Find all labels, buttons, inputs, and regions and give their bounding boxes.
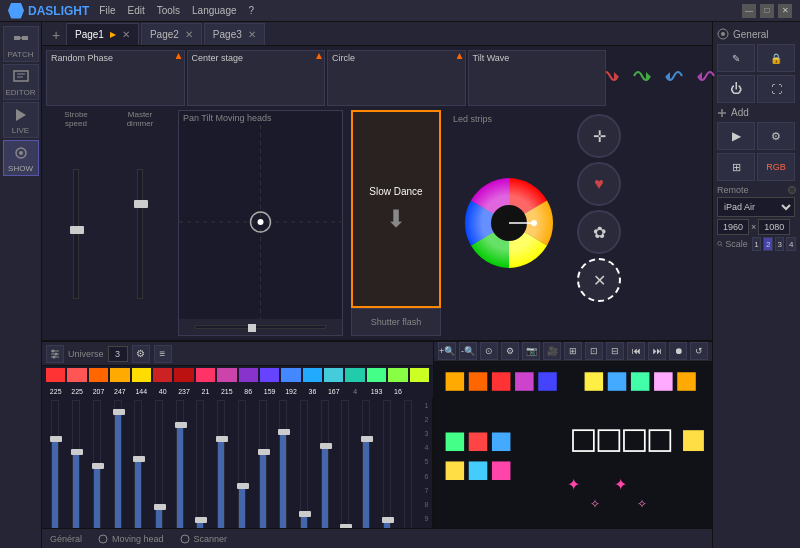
rgb-button[interactable]: RGB bbox=[757, 153, 795, 181]
spin-button[interactable]: ✿ bbox=[577, 210, 621, 254]
edit-button[interactable]: ✎ bbox=[717, 44, 755, 72]
heart-button[interactable]: ♥ bbox=[577, 162, 621, 206]
scene-circle[interactable]: Circle bbox=[327, 50, 466, 106]
fader-thumb-16[interactable] bbox=[361, 436, 373, 442]
sidebar-item-show[interactable]: SHOW bbox=[3, 140, 39, 176]
fader-thumb-3[interactable] bbox=[92, 463, 104, 469]
lock-button[interactable]: 🔒 bbox=[757, 44, 795, 72]
menu-file[interactable]: File bbox=[99, 5, 115, 16]
slow-dance-button[interactable]: Slow Dance ⬇ bbox=[351, 110, 441, 308]
color-cell-13[interactable] bbox=[303, 368, 322, 382]
color-wheel[interactable] bbox=[459, 173, 559, 273]
settings-viz-btn[interactable]: ⚙ bbox=[501, 342, 519, 360]
color-cell-6[interactable] bbox=[153, 368, 172, 382]
tab-page3-close[interactable]: ✕ bbox=[248, 29, 256, 40]
fader-track-4[interactable] bbox=[114, 400, 122, 538]
zoom-in-btn[interactable]: +🔍 bbox=[438, 342, 456, 360]
fader-thumb-7[interactable] bbox=[175, 422, 187, 428]
settings-btn[interactable]: ⚙ bbox=[132, 345, 150, 363]
scale-1-button[interactable]: 1 bbox=[752, 237, 762, 251]
fader-track-7[interactable] bbox=[176, 400, 184, 538]
status-scanner[interactable]: Scanner bbox=[180, 534, 228, 544]
color-cell-17[interactable] bbox=[388, 368, 407, 382]
move-button[interactable]: ✛ bbox=[577, 114, 621, 158]
sidebar-item-editor[interactable]: EDITOR bbox=[3, 64, 39, 100]
color-cell-4[interactable] bbox=[110, 368, 129, 382]
fader-track-12[interactable] bbox=[279, 400, 287, 538]
pan-horizontal-slider[interactable] bbox=[195, 325, 325, 329]
color-cell-11[interactable] bbox=[260, 368, 279, 382]
scene-tilt-wave[interactable]: Tilt Wave bbox=[468, 50, 607, 106]
color-cell-3[interactable] bbox=[89, 368, 108, 382]
fader-thumb-5[interactable] bbox=[133, 456, 145, 462]
fwd-btn[interactable]: ⏭ bbox=[648, 342, 666, 360]
sidebar-item-live[interactable]: LIVE bbox=[3, 102, 39, 138]
grid3-viz-btn[interactable]: ⊟ bbox=[606, 342, 624, 360]
fader-track-18[interactable] bbox=[404, 400, 412, 538]
master-dimmer-fader-thumb[interactable] bbox=[134, 200, 148, 208]
scale-3-button[interactable]: 3 bbox=[775, 237, 785, 251]
scene-icon-3[interactable] bbox=[661, 65, 687, 87]
fader-thumb-17[interactable] bbox=[382, 517, 394, 523]
strobe-fader-thumb[interactable] bbox=[70, 226, 84, 234]
rec-btn[interactable]: ⏺ bbox=[669, 342, 687, 360]
menu-help[interactable]: ? bbox=[249, 5, 255, 16]
loop-btn[interactable]: ↺ bbox=[690, 342, 708, 360]
color-cell-18[interactable] bbox=[410, 368, 429, 382]
fader-track-9[interactable] bbox=[217, 400, 225, 538]
fader-track-10[interactable] bbox=[238, 400, 246, 538]
play-button[interactable]: ▶ bbox=[717, 122, 755, 150]
scene-icon-2[interactable] bbox=[629, 65, 655, 87]
color-cell-9[interactable] bbox=[217, 368, 236, 382]
options-btn[interactable]: ≡ bbox=[154, 345, 172, 363]
color-cell-12[interactable] bbox=[281, 368, 300, 382]
color-cell-7[interactable] bbox=[174, 368, 193, 382]
ipad-select[interactable]: iPad Air bbox=[717, 197, 795, 217]
fader-track-13[interactable] bbox=[300, 400, 308, 538]
tab-page1[interactable]: Page1 ▶ ✕ bbox=[66, 23, 139, 45]
fader-track-17[interactable] bbox=[383, 400, 391, 538]
fader-thumb-9[interactable] bbox=[216, 436, 228, 442]
tab-page2-close[interactable]: ✕ bbox=[185, 29, 193, 40]
maximize-button[interactable]: □ bbox=[760, 4, 774, 18]
universe-input[interactable] bbox=[108, 346, 128, 362]
scene-random-phase[interactable]: Random Phase bbox=[46, 50, 185, 106]
scene-icon-4[interactable] bbox=[693, 65, 719, 87]
master-dimmer-fader-track[interactable] bbox=[137, 169, 143, 299]
color-cell-5[interactable] bbox=[132, 368, 151, 382]
tab-page1-close[interactable]: ✕ bbox=[122, 29, 130, 40]
fader-track-15[interactable] bbox=[341, 400, 349, 538]
color-cell-10[interactable] bbox=[239, 368, 258, 382]
pan-slider-thumb[interactable] bbox=[248, 324, 256, 332]
grid-button[interactable]: ⊞ bbox=[717, 153, 755, 181]
fader-thumb-10[interactable] bbox=[237, 483, 249, 489]
color-cell-15[interactable] bbox=[345, 368, 364, 382]
color-cell-1[interactable] bbox=[46, 368, 65, 382]
fader-thumb-4[interactable] bbox=[113, 409, 125, 415]
fader-thumb-14[interactable] bbox=[320, 443, 332, 449]
status-general[interactable]: Général bbox=[50, 534, 82, 544]
color-cell-16[interactable] bbox=[367, 368, 386, 382]
fader-track-14[interactable] bbox=[321, 400, 329, 538]
sliders-button[interactable]: ⚙ bbox=[757, 122, 795, 150]
fader-thumb-13[interactable] bbox=[299, 511, 311, 517]
fader-track-1[interactable] bbox=[51, 400, 59, 538]
back-btn[interactable]: ⏮ bbox=[627, 342, 645, 360]
cross-button[interactable]: ✕ bbox=[577, 258, 621, 302]
grid-viz-btn[interactable]: ⊞ bbox=[564, 342, 582, 360]
scale-2-button[interactable]: 2 bbox=[763, 237, 773, 251]
fader-thumb-8[interactable] bbox=[195, 517, 207, 523]
scale-4-button[interactable]: 4 bbox=[786, 237, 796, 251]
cam2-btn[interactable]: 🎥 bbox=[543, 342, 561, 360]
status-moving-head[interactable]: Moving head bbox=[98, 534, 164, 544]
minimize-button[interactable]: — bbox=[742, 4, 756, 18]
power-button[interactable]: ⏻ bbox=[717, 75, 755, 103]
fader-track-2[interactable] bbox=[72, 400, 80, 538]
zoom-reset-btn[interactable]: ⊙ bbox=[480, 342, 498, 360]
fader-track-11[interactable] bbox=[259, 400, 267, 538]
menu-language[interactable]: Language bbox=[192, 5, 237, 16]
add-tab-button[interactable]: + bbox=[46, 25, 66, 45]
pan-tilt-canvas[interactable] bbox=[179, 125, 342, 319]
fullscreen-button[interactable]: ⛶ bbox=[757, 75, 795, 103]
resolution-width-input[interactable] bbox=[717, 219, 749, 235]
